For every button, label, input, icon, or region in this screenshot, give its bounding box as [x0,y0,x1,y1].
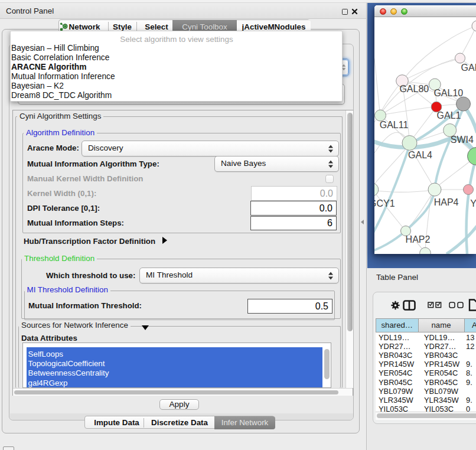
svg-text:HAP4: HAP4 [434,197,459,207]
svg-text:GAL4: GAL4 [408,150,432,160]
svg-text:HAP2: HAP2 [406,234,431,244]
svg-text:SWI4: SWI4 [451,135,474,145]
svg-text:GAL1: GAL1 [437,110,461,120]
svg-text:GAL10: GAL10 [433,88,463,98]
svg-text:GAL7: GAL7 [461,63,476,73]
svg-text:GCY1: GCY1 [374,198,395,208]
svg-text:GAL11: GAL11 [380,120,409,130]
svg-text:GAL80: GAL80 [399,84,429,94]
svg-text:Y: Y [470,198,476,208]
